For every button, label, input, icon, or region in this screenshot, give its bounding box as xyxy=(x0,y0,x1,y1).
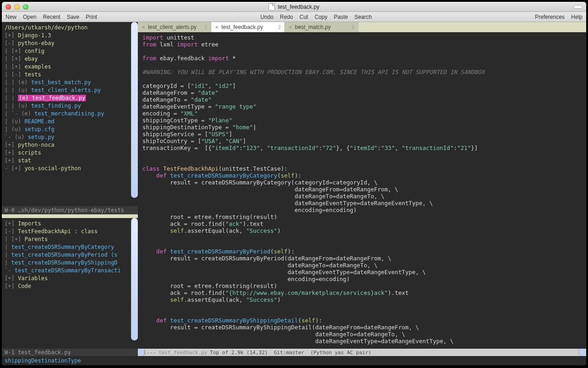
tab-test_feedback-py[interactable]: ✕test_feedback.py2 xyxy=(211,22,285,32)
sidebar-status: W-0 …sh/dev/python/python-ebay/tests xyxy=(2,206,138,214)
sidebar: /Users/utkarsh/dev/python [+] Django-1.3… xyxy=(2,22,138,356)
close-icon[interactable]: ✕ xyxy=(215,25,219,30)
tree-item[interactable]: `- (u) setup.py xyxy=(5,133,135,141)
menu-preferences[interactable]: Preferences xyxy=(535,14,565,20)
outline-item[interactable]: [-] TestFeedbackhApi : class xyxy=(5,228,135,236)
tree-item[interactable]: | | (e) test_feedback.py xyxy=(5,94,135,102)
tree-item[interactable]: | `- (e) test_merchandising.py xyxy=(5,110,135,118)
outline-item[interactable]: `- test_createDSRSummaryByTransacti xyxy=(5,267,135,275)
menu-print[interactable]: Print xyxy=(86,14,97,20)
zoom-icon[interactable] xyxy=(23,4,28,10)
minibuffer[interactable]: shippingDestinationType xyxy=(2,356,586,365)
menu-copy[interactable]: Copy xyxy=(315,14,328,20)
close-icon[interactable] xyxy=(6,4,11,10)
tree-item[interactable]: | | (u) test_client_alerts.py xyxy=(5,86,135,94)
tree-item[interactable]: - [+] yos-social-python xyxy=(5,165,135,172)
outline-status: W-1 test_feedback.py xyxy=(2,349,138,356)
window-title: test_feedback.py xyxy=(269,3,320,11)
titlebar: test_feedback.py xyxy=(2,2,586,12)
tree-item[interactable]: | [+] examples xyxy=(5,63,135,71)
minimize-icon[interactable] xyxy=(14,4,20,10)
tree-item[interactable]: | [+] config xyxy=(5,47,135,55)
code-editor[interactable]: import unittest from lxml import etree f… xyxy=(138,32,586,349)
editor-area: ✕test_client_alerts.py1✕test_feedback.py… xyxy=(138,22,586,356)
tab-badge: 2 xyxy=(278,25,281,30)
tree-item[interactable]: | (u) setup.cfg xyxy=(5,126,135,133)
menu-new[interactable]: New xyxy=(6,14,17,20)
scrollbar-icon[interactable] xyxy=(131,22,138,198)
tab-label: test_client_alerts.py xyxy=(148,24,197,30)
menu-paste[interactable]: Paste xyxy=(334,14,348,20)
outline-item[interactable]: | test_createDSRSummaryByCategory xyxy=(5,243,135,251)
outline-item[interactable]: | test_createDSRSummaryByShippingD xyxy=(5,259,135,267)
menu-recent[interactable]: Recent xyxy=(43,14,60,20)
tab-best_match-py[interactable]: ✕best_match.py3 xyxy=(285,22,358,32)
title-text: test_feedback.py xyxy=(278,4,320,10)
file-tree[interactable]: /Users/utkarsh/dev/python [+] Django-1.3… xyxy=(2,22,138,206)
tree-item[interactable]: | [+] ebay xyxy=(5,55,135,63)
menu-search[interactable]: Search xyxy=(354,14,372,20)
menu-help[interactable]: Help xyxy=(571,14,582,20)
outline-item[interactable]: [+] Imports xyxy=(5,220,135,228)
tree-item[interactable]: [+] stat xyxy=(5,157,135,165)
menu-open[interactable]: Open xyxy=(23,14,36,20)
tree-item[interactable]: [+] python-noca xyxy=(5,141,135,149)
tree-item[interactable]: | [-] tests xyxy=(5,71,135,79)
menu-save[interactable]: Save xyxy=(67,14,79,20)
outline-item[interactable]: [+] Variables xyxy=(5,275,135,282)
menu-redo[interactable]: Redo xyxy=(280,14,293,20)
menu-undo[interactable]: Undo xyxy=(260,14,274,20)
outline-item[interactable]: [+] Code xyxy=(5,282,135,290)
tab-label: test_feedback.py xyxy=(221,24,263,30)
tab-test_client_alerts-py[interactable]: ✕test_client_alerts.py1 xyxy=(138,22,211,32)
mode-line: -:--- test_feedback.py Top of 2.9k (14,3… xyxy=(138,349,586,356)
tree-item[interactable]: [+] scripts xyxy=(5,149,135,157)
outline-item[interactable]: | test_createDSRSummaryByPeriod (s xyxy=(5,251,135,259)
close-icon[interactable]: ✕ xyxy=(141,25,145,30)
tree-item[interactable]: [-] python-ebay xyxy=(5,40,135,47)
scrollbar-icon[interactable] xyxy=(131,218,138,340)
outline-item[interactable]: | [+] Parents xyxy=(5,236,135,243)
tree-item[interactable]: | | (u) test_finding.py xyxy=(5,102,135,110)
toolbar-pill-icon[interactable] xyxy=(573,5,582,9)
tab-label: best_match.py xyxy=(295,24,331,30)
code-outline[interactable]: [+] Imports[-] TestFeedbackhApi : class|… xyxy=(2,218,138,349)
menubar: NewOpenRecentSavePrint UndoRedoCutCopyPa… xyxy=(2,12,586,22)
tab-badge: 1 xyxy=(204,25,207,30)
divider xyxy=(2,214,138,218)
document-icon xyxy=(269,3,275,11)
close-icon[interactable]: ✕ xyxy=(288,25,292,30)
tab-badge: 3 xyxy=(351,25,354,30)
tree-item[interactable]: | | (e) test_best_match.py xyxy=(5,79,135,86)
menu-cut[interactable]: Cut xyxy=(300,14,308,20)
app-window: test_feedback.py NewOpenRecentSavePrint … xyxy=(2,2,586,365)
tree-item[interactable]: | (u) README.md xyxy=(5,118,135,126)
tab-bar: ✕test_client_alerts.py1✕test_feedback.py… xyxy=(138,22,586,32)
tree-item[interactable]: [+] Django-1.3 xyxy=(5,32,135,40)
